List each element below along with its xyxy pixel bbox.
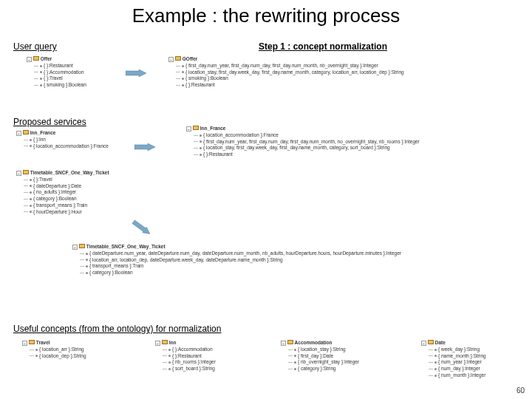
- tree-item: { transport_means }:Train: [72, 263, 401, 270]
- tree-header: − Timetable_SNCF_One_Way_Ticket: [72, 244, 401, 250]
- tree-item: { category }:Boolean: [16, 196, 109, 202]
- tree-item-text: { first_day.num_year, first_day.num_day,…: [185, 63, 378, 68]
- page-number: 60: [516, 386, 525, 395]
- tree-item: { location_arr }:String: [22, 347, 86, 353]
- tree-header-text: Date: [435, 340, 446, 345]
- tree-item-text: { }:Travel: [44, 75, 63, 81]
- folder-icon: [287, 340, 293, 344]
- folder-icon: [29, 340, 35, 344]
- tree-item: { }:Accommodation: [155, 347, 216, 353]
- tree-timetable-bot: − Timetable_SNCF_One_Way_Ticket { dateDe…: [72, 244, 401, 276]
- tree-item-text: { dateDeparture.num_year, dateDeparture.…: [89, 250, 401, 256]
- tree-item-text: { location_stay, first_day.week_day, fir…: [185, 69, 404, 75]
- folder-icon: [79, 244, 85, 248]
- tree-item-text: { location_stay }:String: [298, 347, 346, 352]
- tree-item-text: { sort_board }:String: [172, 366, 215, 371]
- tree-item-text: { transport_means }:Train: [89, 263, 143, 268]
- folder-icon: [162, 340, 168, 344]
- tree-item: { }:Travel: [16, 177, 109, 183]
- tree-item: { location_stay }:String: [281, 347, 359, 353]
- tree-item: { first_day }:Date: [281, 353, 359, 360]
- tree-item: { num_day }:Integer: [421, 366, 486, 372]
- folder-icon: [428, 340, 434, 344]
- tree-header: − Inn_France: [16, 130, 109, 137]
- tree-item-text: { location_accommodation }:France: [203, 132, 279, 137]
- tree-item-text: { nb_overnight_stay }:Integer: [298, 359, 359, 364]
- tree-inn-france-left: − Inn_France { }:Inn { location_accommod…: [16, 130, 109, 149]
- tree-item-text: { }:Restaurant: [185, 82, 215, 87]
- tree-header: − Inn_France: [186, 126, 420, 132]
- tree-item-text: { }:Restaurant: [172, 353, 202, 358]
- svg-marker-0: [126, 69, 146, 77]
- tree-item: { location_stay, first_day.week_day, fir…: [168, 69, 404, 76]
- tree-item: { transport_means }:Train: [16, 202, 109, 209]
- folder-icon: [33, 56, 39, 61]
- tree-item: { no_adults }:Integer: [16, 189, 109, 196]
- tree-item: { week_day }:String: [421, 347, 486, 353]
- tree-item: { location_arr, location_dep, dateDepart…: [72, 257, 401, 264]
- tree-item-text: { dateDeparture }:Date: [33, 183, 81, 188]
- svg-marker-2: [132, 219, 152, 236]
- tree-item-text: { category }:Boolean: [89, 270, 133, 275]
- svg-marker-1: [134, 143, 155, 151]
- tree-item-text: { nb_rooms }:Integer: [172, 359, 216, 364]
- arrow-icon: [133, 216, 154, 235]
- tree-item-text: { }:Accommodation: [172, 347, 213, 352]
- tree-item-text: { week_day }:String: [438, 347, 480, 352]
- tree-date: − Date { week_day }:String { name_month …: [421, 340, 486, 379]
- tree-item-text: { smoking }:Boolean: [44, 82, 86, 87]
- tree-item: { nb_rooms }:Integer: [155, 359, 216, 366]
- tree-item: { first_day.num_year, first_day.num_day,…: [168, 63, 404, 69]
- tree-item-text: { location_arr, location_dep, dateDepart…: [89, 257, 283, 262]
- tree-header: − Inn: [155, 340, 216, 347]
- tree-item: { location_accommodation }:France: [16, 143, 109, 150]
- tree-item: { nb_overnight_stay }:Integer: [281, 359, 359, 366]
- tree-item-text: { category }:String: [298, 366, 336, 371]
- arrow-icon: [126, 66, 146, 74]
- tree-header: − GOffer: [168, 56, 404, 63]
- tree-item-text: { first_day }:Date: [298, 353, 333, 358]
- label-useful-concepts: Useful concepts (from the ontology) for …: [13, 324, 221, 334]
- tree-header-text: Travel: [36, 340, 50, 345]
- tree-item-text: { }:Travel: [33, 177, 52, 182]
- tree-header-text: Inn_France: [30, 130, 56, 135]
- tree-travel: − Travel { location_arr }:String { locat…: [22, 340, 86, 359]
- tree-item: { }:Restaurant: [168, 82, 404, 89]
- tree-accommodation: − Accommodation { location_stay }:String…: [281, 340, 359, 372]
- tree-item: { category }:Boolean: [72, 270, 401, 276]
- tree-timetable-top: − Timetable_SNCF_One_Way_Ticket { }:Trav…: [16, 170, 109, 215]
- tree-header-text: Timetable_SNCF_One_Way_Ticket: [30, 170, 109, 175]
- tree-item: { }:Restaurant: [186, 151, 420, 158]
- folder-icon: [23, 130, 29, 134]
- tree-item: { location_stay, first_day.week_day, fir…: [186, 145, 420, 151]
- tree-header-text: Inn_France: [200, 126, 226, 131]
- tree-item-text: { }:Inn: [33, 137, 46, 142]
- tree-item: { dateDeparture.num_year, dateDeparture.…: [72, 250, 401, 257]
- tree-item-text: { location_accommodation }:France: [33, 143, 109, 149]
- tree-item-text: { category }:Boolean: [33, 196, 77, 201]
- label-step1: Step 1 : concept normalization: [259, 41, 387, 52]
- tree-item-text: { num_day }:Integer: [438, 366, 480, 371]
- tree-header: − Offer: [27, 56, 86, 63]
- label-proposed-services: Proposed services: [13, 117, 86, 127]
- tree-item: { location_dep }:String: [22, 353, 86, 360]
- tree-item: { }:Restaurant: [155, 353, 216, 360]
- tree-item-text: { hourDeparture }:Hour: [33, 209, 82, 214]
- tree-item: { num_month }:Integer: [421, 372, 486, 379]
- arrow-icon: [134, 140, 155, 148]
- tree-item-text: { location_dep }:String: [39, 353, 86, 358]
- folder-icon: [193, 126, 199, 130]
- tree-item: { sort_board }:String: [155, 366, 216, 372]
- slide-title: Example : the rewriting process: [0, 0, 532, 27]
- tree-item: { location_accommodation }:France: [186, 132, 420, 139]
- tree-item: { hourDeparture }:Hour: [16, 209, 109, 216]
- tree-item: { name_month }:String: [421, 353, 486, 360]
- tree-item-text: { transport_means }:Train: [33, 202, 87, 208]
- tree-item: { }:Travel: [27, 75, 86, 82]
- tree-item-text: { }:Accommodation: [44, 69, 84, 75]
- tree-inn: − Inn { }:Accommodation { }:Restaurant {…: [155, 340, 216, 372]
- tree-inn-france-right: − Inn_France { location_accommodation }:…: [186, 126, 420, 158]
- tree-header-text: Accommodation: [295, 340, 332, 345]
- tree-item-text: { }:Restaurant: [203, 151, 233, 157]
- folder-icon: [23, 170, 29, 174]
